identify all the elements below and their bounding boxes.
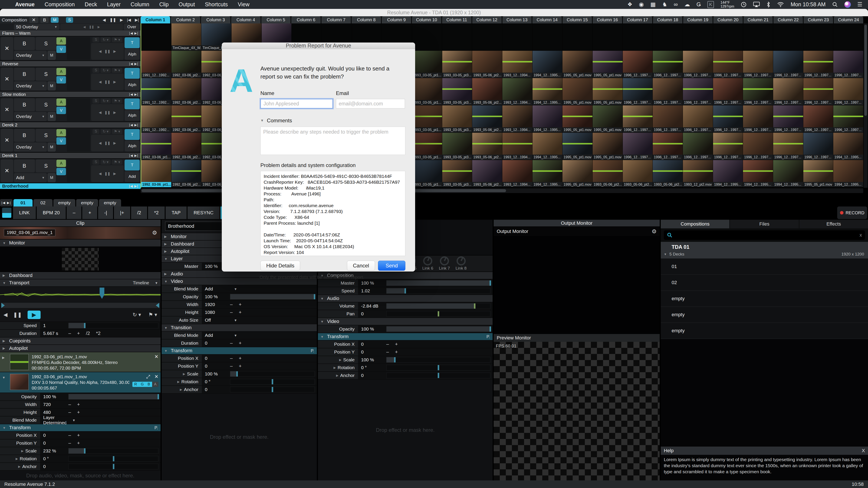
layer-trigger-dropdown[interactable]: ⚑ ▾: [112, 129, 122, 134]
clip-thumbnail[interactable]: [803, 78, 833, 100]
column-tab-13[interactable]: Column 13: [502, 16, 532, 24]
clip-cell-r4-c10[interactable]: 1993_03-05_pt1...: [412, 105, 442, 132]
clip-thumbnail[interactable]: [202, 24, 231, 45]
column-tab-19[interactable]: Column 19: [683, 16, 713, 24]
section-header-extra[interactable]: P.: [155, 425, 158, 430]
output-monitor-gear-icon[interactable]: ⚙: [652, 228, 657, 235]
section-header-transform[interactable]: ▼TransformP.: [0, 424, 161, 432]
menu-output[interactable]: Output: [179, 1, 195, 8]
property-value[interactable]: -2.84 dB: [358, 302, 384, 310]
expand-icon[interactable]: ⤢: [146, 374, 150, 380]
remove-track-button[interactable]: ✕: [155, 374, 158, 380]
menu-clip[interactable]: Clip: [159, 1, 168, 8]
crash-details-text[interactable]: Incident Identifier: B0AA4526-54E9-491C-…: [260, 171, 405, 256]
layer-fader-area[interactable]: [67, 37, 90, 60]
transport-direction-dropdown[interactable]: ⚑ ▾: [148, 312, 157, 318]
property-value[interactable]: 0 °: [40, 455, 66, 462]
property-value[interactable]: 0: [202, 362, 228, 370]
disclosure-triangle[interactable]: ▶: [3, 346, 9, 350]
clip-cell-r3-c16[interactable]: 1995_05_pt1.mov: [593, 78, 623, 105]
clip-thumbnail[interactable]: [653, 78, 683, 100]
menu-deck[interactable]: Deck: [85, 1, 97, 8]
disclosure-triangle[interactable]: ▶: [3, 273, 9, 278]
stepper-button[interactable]: +: [239, 310, 242, 315]
layer-transport[interactable]: ◀❚❚▶: [91, 135, 124, 152]
toolbar-2[interactable]: /2: [131, 206, 147, 219]
layer-transition-button[interactable]: T: [125, 37, 140, 48]
clip-cell-r5-c21[interactable]: 1996_12...1997...: [743, 133, 773, 160]
search-clear-button[interactable]: x: [860, 232, 862, 238]
comments-textarea[interactable]: [260, 127, 405, 155]
send-button[interactable]: Send: [378, 261, 405, 271]
toolbar-link[interactable]: LINK: [13, 206, 36, 219]
disclosure-triangle[interactable]: ▼: [164, 280, 171, 283]
clip-cell-r5-c22[interactable]: 1996_12...1997...: [773, 133, 803, 160]
disclosure-triangle[interactable]: ▶: [164, 250, 171, 253]
clip-cell-r2-c12[interactable]: 1993_05-06_pt2...: [472, 51, 502, 78]
clip-cell-r4-c2[interactable]: 1992_03-06_pt2...: [172, 105, 202, 132]
clip-cell-r5-c18[interactable]: 1996_12...1997...: [653, 133, 683, 160]
clip-cell-r5-c17[interactable]: 1996_12...1997...: [623, 133, 653, 160]
disclosure-triangle[interactable]: ▼: [3, 241, 9, 245]
clip-thumbnail[interactable]: [653, 133, 683, 155]
layer-bypass-button[interactable]: B: [14, 68, 35, 81]
clip-thumbnail[interactable]: [833, 105, 863, 127]
knight-icon[interactable]: ♞: [662, 1, 667, 8]
clip-cell-r5-c14[interactable]: 1994_12...1995...: [532, 133, 562, 160]
clip-cell-r3-c24[interactable]: 1996_12...1997...: [833, 78, 863, 105]
property-value[interactable]: 1920: [202, 301, 228, 308]
video-track-row[interactable]: ▼1992_03-06_pt1.mov_1.movDXV 3.0 Normal …: [0, 372, 161, 393]
clip-thumbnail[interactable]: [833, 51, 863, 73]
search-input[interactable]: x: [664, 230, 865, 240]
channel-chip-g[interactable]: G: [139, 382, 146, 387]
stepper-button[interactable]: /2: [86, 330, 90, 336]
layer-blend-dropdown[interactable]: Add▼: [14, 173, 47, 182]
email-field[interactable]: [336, 99, 405, 108]
clip-cell-r2-c20[interactable]: 1996_12...1997...: [713, 51, 743, 78]
stepper-button[interactable]: –: [230, 363, 232, 369]
clip-thumbnail[interactable]: [803, 133, 833, 155]
deck-list-item-5[interactable]: empty: [661, 323, 868, 339]
layer-name-derek-2[interactable]: Derek 2|◀ ▶|: [0, 122, 141, 128]
clip-thumbnail[interactable]: [683, 133, 713, 155]
layer-blend-dropdown[interactable]: 50 Overlay▼: [14, 24, 59, 30]
slider[interactable]: [386, 365, 490, 370]
clip-thumbnail[interactable]: [653, 105, 683, 127]
audio-track-row[interactable]: ▶1992_03-06_pt1.mov_1.movFFMPEG Audio De…: [0, 352, 161, 372]
composition-list-entry[interactable]: TDA 01 ▼ 5 Decks 1920 x 1200: [661, 242, 868, 259]
column-tab-5[interactable]: Column 5: [261, 16, 291, 24]
disclosure-triangle[interactable]: ▶: [164, 242, 171, 246]
clip-thumbnail[interactable]: [472, 105, 502, 127]
column-tab-20[interactable]: Column 20: [713, 16, 743, 24]
clip-cell-r4-c24[interactable]: 1996_12...1997...: [833, 105, 863, 132]
composition-transport-button-0[interactable]: ◀: [103, 18, 106, 22]
clip-thumbnail[interactable]: [172, 105, 202, 127]
browser-tab-effects[interactable]: Effects: [799, 220, 868, 228]
clip-preview-strip[interactable]: 1992_03-06_pt1.mov_1⚙: [0, 227, 161, 239]
clip-gear-icon[interactable]: ⚙: [152, 229, 157, 236]
section-header-transform[interactable]: ▼TransformP.: [318, 333, 493, 340]
clip-thumbnail[interactable]: [562, 133, 592, 155]
property-value[interactable]: 0: [202, 386, 228, 393]
layer-master-toggle[interactable]: M: [48, 112, 56, 121]
slider[interactable]: [230, 387, 315, 392]
property-value[interactable]: 1: [40, 322, 66, 329]
clip-thumbnail[interactable]: [593, 133, 623, 155]
clip-thumbnail[interactable]: [623, 78, 653, 100]
browser-tab-compositions[interactable]: Compositions: [661, 220, 729, 228]
dropdown-caret[interactable]: ▼: [234, 318, 237, 322]
clip-thumbnail[interactable]: [773, 51, 803, 73]
disclosure-triangle[interactable]: ▶: [164, 272, 171, 276]
clip-cell-r4-c15[interactable]: 1995_05_pt1.mov: [562, 105, 592, 132]
column-tab-17[interactable]: Column 17: [623, 16, 652, 24]
clip-thumbnail[interactable]: [713, 160, 743, 182]
clip-thumbnail[interactable]: [713, 133, 743, 155]
section-header-video[interactable]: ▼Video: [318, 318, 493, 325]
clip-thumbnail[interactable]: [593, 51, 623, 73]
clip-cell-r3-c20[interactable]: 1996_12...1997...: [713, 78, 743, 105]
property-value[interactable]: 0: [358, 340, 384, 348]
clip-cell-r6-c24[interactable]: 1994_12...1995...: [833, 160, 863, 187]
clip-cell-r4-c17[interactable]: 1996_12...1997...: [623, 105, 653, 132]
clip-cell-r6-c14[interactable]: 1994_12...1995...: [532, 160, 562, 187]
clip-cell-r2-c18[interactable]: 1996_12...1997...: [653, 51, 683, 78]
